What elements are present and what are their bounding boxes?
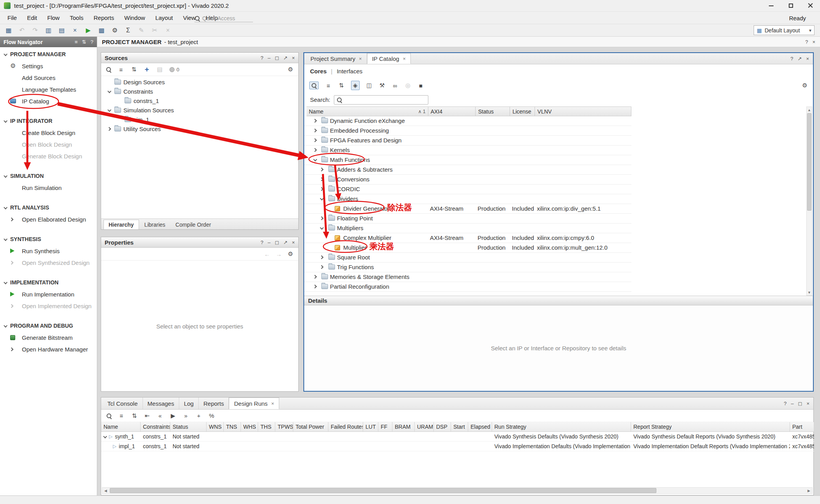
tab-compile-order[interactable]: Compile Order xyxy=(171,220,216,229)
minimize-icon[interactable]: – xyxy=(267,55,270,61)
ip-row-memories-storage-elements[interactable]: Memories & Storage Elements xyxy=(304,272,631,282)
fn-header-synthesis[interactable]: SYNTHESIS xyxy=(0,233,97,245)
close-button[interactable] xyxy=(800,0,820,11)
fn-item-open-synthesized-design[interactable]: Open Synthesized Design xyxy=(0,257,97,268)
play-icon[interactable]: ▶ xyxy=(170,412,176,419)
ip-row-adders-subtracters[interactable]: Adders & Subtracters xyxy=(304,165,631,175)
ip-row-kernels[interactable]: Kernels xyxy=(304,146,631,155)
chevron-right-icon[interactable] xyxy=(320,177,324,181)
source-item-sim-1[interactable]: sim_1 xyxy=(101,115,298,124)
source-item-constrs-1[interactable]: constrs_1 xyxy=(101,96,298,105)
menu-flow[interactable]: Flow xyxy=(42,12,65,23)
ip-row-math-functions[interactable]: Math Functions xyxy=(304,155,631,165)
tab-hierarchy[interactable]: Hierarchy xyxy=(103,220,139,229)
column-header-constraints[interactable]: Constraints xyxy=(141,422,170,431)
ip-search-input[interactable] xyxy=(334,95,428,105)
help-icon[interactable]: ? xyxy=(260,55,263,61)
gear-icon[interactable]: ⚙ xyxy=(287,250,294,257)
paste-icon[interactable]: ▤ xyxy=(56,25,67,35)
sum-icon[interactable]: Σ xyxy=(123,25,134,35)
column-header-total-power[interactable]: Total Power xyxy=(293,422,328,431)
column-header-status[interactable]: Status xyxy=(476,107,510,116)
scroll-up-icon[interactable]: ▲ xyxy=(807,107,812,113)
chevron-right-icon[interactable] xyxy=(313,119,317,123)
help-icon[interactable]: ? xyxy=(790,56,793,62)
chevron-right-icon[interactable] xyxy=(320,187,324,191)
minimize-icon[interactable]: – xyxy=(791,401,793,406)
target-icon[interactable]: ◎ xyxy=(405,82,411,89)
scroll-left-icon[interactable]: ◀ xyxy=(102,488,109,493)
chevron-right-icon[interactable] xyxy=(320,265,324,269)
chevron-right-icon[interactable] xyxy=(313,285,317,289)
rewind-icon[interactable]: « xyxy=(157,412,163,419)
column-header-lut[interactable]: LUT xyxy=(363,422,378,431)
chevron-right-icon[interactable] xyxy=(313,129,317,133)
subtab-cores[interactable]: Cores xyxy=(310,68,327,75)
dashboard-icon[interactable]: ▦ xyxy=(3,25,14,35)
fn-item-add-sources[interactable]: Add Sources xyxy=(0,72,97,83)
column-header-failed-routes[interactable]: Failed Routes xyxy=(328,422,363,431)
help-icon[interactable]: ? xyxy=(805,39,808,45)
column-header-elapsed[interactable]: Elapsed xyxy=(468,422,492,431)
chevron-right-icon[interactable] xyxy=(313,148,317,152)
chevron-right-icon[interactable] xyxy=(320,217,324,220)
ip-row-partial-reconfiguration[interactable]: Partial Reconfiguration xyxy=(304,282,631,292)
fn-item-run-simulation[interactable]: Run Simulation xyxy=(0,182,97,193)
close-icon[interactable]: × xyxy=(292,55,295,61)
expand-all-icon[interactable]: ⇅ xyxy=(338,82,344,89)
fn-header-project-manager[interactable]: PROJECT MANAGER xyxy=(0,48,97,60)
report-icon[interactable]: ▤ xyxy=(157,66,163,73)
fn-item-create-block-design[interactable]: Create Block Design xyxy=(0,127,97,138)
quick-access-search[interactable]: Quick Access xyxy=(194,14,253,22)
filter-icon[interactable]: ◈ xyxy=(351,81,360,90)
design-run-impl-1[interactable]: ▷impl_1constrs_1Not startedVivado Implem… xyxy=(101,442,814,451)
menu-file[interactable]: File xyxy=(2,12,22,23)
chevron-right-icon[interactable] xyxy=(320,256,324,259)
fn-header-rtl-analysis[interactable]: RTL ANALYSIS xyxy=(0,202,97,213)
fn-item-run-implementation[interactable]: Run Implementation xyxy=(0,288,97,300)
add-icon[interactable]: + xyxy=(144,65,150,74)
column-header-dsp[interactable]: DSP xyxy=(434,422,451,431)
column-header-wns[interactable]: WNS xyxy=(207,422,224,431)
menu-edit[interactable]: Edit xyxy=(22,12,42,23)
tab-messages[interactable]: Messages xyxy=(143,398,179,409)
tab-design-runs[interactable]: Design Runs× xyxy=(229,398,279,409)
expand-all-icon[interactable]: ⇅ xyxy=(131,66,137,73)
chevron-right-icon[interactable] xyxy=(320,168,324,172)
column-header-bram[interactable]: BRAM xyxy=(392,422,415,431)
fn-item-generate-block-design[interactable]: Generate Block Design xyxy=(0,150,97,162)
column-header-tns[interactable]: TNS xyxy=(224,422,241,431)
search-icon[interactable] xyxy=(106,67,111,72)
collapse-all-icon[interactable]: ≡ xyxy=(75,39,78,45)
column-header-vlnv[interactable]: VLNV xyxy=(535,107,631,116)
tab-ip-catalog[interactable]: IP Catalog× xyxy=(367,53,411,64)
ip-row-floating-point[interactable]: Floating Point xyxy=(304,214,631,224)
ip-row-conversions[interactable]: Conversions xyxy=(304,175,631,185)
menu-tools[interactable]: Tools xyxy=(65,12,89,23)
ip-row-trig-functions[interactable]: Trig Functions xyxy=(304,263,631,272)
ip-row-complex-multiplier[interactable]: Complex MultiplierAXI4-StreamProductionI… xyxy=(304,233,631,243)
close-icon[interactable]: × xyxy=(806,401,809,406)
source-item-simulation-sources[interactable]: Simulation Sources xyxy=(101,105,298,115)
minimize-button[interactable] xyxy=(761,0,781,11)
delete-icon[interactable]: × xyxy=(70,25,80,35)
column-header-start[interactable]: Start xyxy=(451,422,468,431)
column-header-uram[interactable]: URAM xyxy=(415,422,434,431)
column-header-run-strategy[interactable]: Run Strategy xyxy=(492,422,631,431)
ip-row-embedded-processing[interactable]: Embedded Processing xyxy=(304,126,631,136)
chevron-down-icon[interactable] xyxy=(103,434,107,438)
maximize-icon[interactable]: ◻ xyxy=(798,401,802,406)
chevron-down-icon[interactable] xyxy=(313,158,317,161)
tab-tcl-console[interactable]: Tcl Console xyxy=(103,398,143,409)
close-icon[interactable]: × xyxy=(271,401,274,406)
first-icon[interactable]: ⇤ xyxy=(144,412,150,419)
chevron-down-icon[interactable] xyxy=(320,226,324,230)
plus-icon[interactable]: + xyxy=(196,412,202,419)
menu-reports[interactable]: Reports xyxy=(89,12,119,23)
fn-item-open-hardware-manager[interactable]: Open Hardware Manager xyxy=(0,343,97,355)
forward-icon[interactable]: → xyxy=(276,251,282,257)
fforward-icon[interactable]: » xyxy=(183,412,189,419)
column-header-axi4[interactable]: AXI4 xyxy=(428,107,476,116)
help-icon[interactable]: ? xyxy=(784,401,786,406)
ip-row-cordic[interactable]: CORDIC xyxy=(304,185,631,194)
